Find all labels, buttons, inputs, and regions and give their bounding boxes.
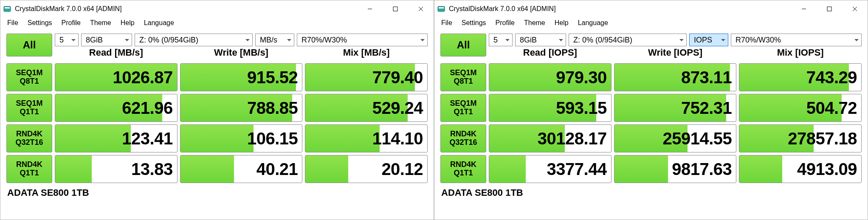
minimize-button[interactable] xyxy=(357,0,383,17)
file-size-dropdown[interactable]: 8GiB xyxy=(515,34,566,46)
unit-dropdown[interactable]: MB/s xyxy=(255,34,294,46)
result-value: 30128.17 xyxy=(538,129,607,148)
result-value: 25914.55 xyxy=(662,129,732,148)
unit-dropdown[interactable]: IOPS xyxy=(689,34,728,46)
svg-rect-7 xyxy=(439,7,444,8)
menu-language[interactable]: Language xyxy=(140,18,178,28)
minimize-button[interactable] xyxy=(791,0,817,17)
all-button[interactable]: All xyxy=(6,34,52,56)
result-read: 123.41 xyxy=(55,124,178,152)
result-value: 743.29 xyxy=(806,68,857,87)
controls-area: All58GiBZ: 0% (0/954GiB)MB/sR70%/W30%Rea… xyxy=(6,34,428,61)
file-size-dropdown-value: 8GiB xyxy=(86,36,123,45)
menu-settings[interactable]: Settings xyxy=(23,18,56,28)
result-bar xyxy=(55,125,131,152)
result-row: RND4KQ1T13377.449817.634913.09 xyxy=(440,155,862,183)
result-value: 114.10 xyxy=(372,129,423,148)
chevron-down-icon xyxy=(505,39,510,41)
drive-dropdown[interactable]: Z: 0% (0/954GiB) xyxy=(569,34,687,46)
menu-language[interactable]: Language xyxy=(574,18,612,28)
result-row: RND4KQ32T1630128.1725914.5527857.18 xyxy=(440,124,862,152)
menu-profile[interactable]: Profile xyxy=(491,18,519,28)
result-row: RND4KQ32T16123.41106.15114.10 xyxy=(6,124,428,152)
test-button-seq1m-q1t1[interactable]: SEQ1MQ1T1 xyxy=(440,94,486,122)
menu-help[interactable]: Help xyxy=(550,18,573,28)
controls-area: All58GiBZ: 0% (0/954GiB)IOPSR70%/W30%Rea… xyxy=(440,34,862,61)
result-value: 529.24 xyxy=(372,99,423,118)
result-write: 106.15 xyxy=(180,124,303,152)
unit-dropdown-value: MB/s xyxy=(260,36,285,45)
result-bar xyxy=(305,125,380,152)
menu-theme[interactable]: Theme xyxy=(520,18,550,28)
menu-theme[interactable]: Theme xyxy=(86,18,116,28)
menu-profile[interactable]: Profile xyxy=(57,18,85,28)
menu-help[interactable]: Help xyxy=(116,18,139,28)
result-value: 9817.63 xyxy=(672,160,732,179)
file-size-dropdown[interactable]: 8GiB xyxy=(81,34,132,46)
run-count-dropdown[interactable]: 5 xyxy=(489,34,513,46)
menu-settings[interactable]: Settings xyxy=(457,18,490,28)
result-bar xyxy=(305,155,348,183)
test-label-1: RND4K xyxy=(16,161,42,169)
result-value: 593.15 xyxy=(556,99,606,118)
chevron-down-icon xyxy=(287,39,291,41)
test-label-1: RND4K xyxy=(450,161,476,169)
test-label-1: RND4K xyxy=(16,130,42,138)
result-value: 504.72 xyxy=(806,99,857,118)
drive-dropdown[interactable]: Z: 0% (0/954GiB) xyxy=(135,34,253,46)
drive-label: ADATA SE800 1TB xyxy=(6,186,428,200)
maximize-button[interactable] xyxy=(817,0,842,17)
result-value: 779.40 xyxy=(372,68,423,87)
test-button-rnd4k-q32t16[interactable]: RND4KQ32T16 xyxy=(440,124,486,152)
header-read: Read [MB/s] xyxy=(55,47,178,58)
test-label-2: Q8T1 xyxy=(20,77,39,86)
test-label-2: Q32T16 xyxy=(449,138,477,147)
test-button-rnd4k-q1t1[interactable]: RND4KQ1T1 xyxy=(440,155,486,183)
test-button-rnd4k-q1t1[interactable]: RND4KQ1T1 xyxy=(6,155,52,183)
result-write: 788.85 xyxy=(180,94,303,122)
unit-dropdown-value: IOPS xyxy=(694,36,719,45)
test-label-1: SEQ1M xyxy=(450,69,476,77)
app-window: CrystalDiskMark 7.0.0 x64 [ADMIN] FileSe… xyxy=(0,0,434,220)
run-count-dropdown-value: 5 xyxy=(59,36,70,45)
mix-ratio-dropdown[interactable]: R70%/W30% xyxy=(731,34,862,46)
top-right: 58GiBZ: 0% (0/954GiB)IOPSR70%/W30%Read [… xyxy=(489,34,862,58)
window-controls xyxy=(357,0,434,17)
result-row: RND4KQ1T113.8340.2120.12 xyxy=(6,155,428,183)
all-button[interactable]: All xyxy=(440,34,486,56)
result-mix: 114.10 xyxy=(305,124,428,152)
result-value: 915.52 xyxy=(247,68,298,87)
header-write: Write [IOPS] xyxy=(614,47,737,58)
result-value: 4913.09 xyxy=(797,160,857,179)
close-button[interactable] xyxy=(408,0,434,17)
result-write: 873.11 xyxy=(614,63,737,91)
result-row: SEQ1MQ8T1979.30873.11743.29 xyxy=(440,63,862,91)
result-read: 13.83 xyxy=(55,155,178,183)
svg-rect-3 xyxy=(393,7,397,11)
test-button-seq1m-q8t1[interactable]: SEQ1MQ8T1 xyxy=(6,63,52,91)
test-button-seq1m-q1t1[interactable]: SEQ1MQ1T1 xyxy=(6,94,52,122)
menu-file[interactable]: File xyxy=(3,18,23,28)
result-value: 3377.44 xyxy=(547,160,607,179)
result-read: 979.30 xyxy=(489,63,612,91)
chevron-down-icon xyxy=(854,39,859,41)
result-value: 1026.87 xyxy=(113,68,173,87)
window-title: CrystalDiskMark 7.0.0 x64 [ADMIN] xyxy=(449,5,791,13)
mix-ratio-dropdown[interactable]: R70%/W30% xyxy=(297,34,428,46)
test-button-seq1m-q8t1[interactable]: SEQ1MQ8T1 xyxy=(440,63,486,91)
result-mix: 743.29 xyxy=(739,63,862,91)
maximize-button[interactable] xyxy=(383,0,408,17)
test-button-rnd4k-q32t16[interactable]: RND4KQ32T16 xyxy=(6,124,52,152)
menu-file[interactable]: File xyxy=(437,18,457,28)
result-bar xyxy=(739,155,782,183)
result-value: 40.21 xyxy=(256,160,298,179)
run-count-dropdown[interactable]: 5 xyxy=(55,34,79,46)
result-value: 27857.18 xyxy=(788,129,857,148)
result-bar xyxy=(489,155,526,183)
test-label-2: Q1T1 xyxy=(20,169,39,178)
drive-dropdown-value: Z: 0% (0/954GiB) xyxy=(573,36,678,45)
result-mix: 4913.09 xyxy=(739,155,862,183)
test-label-1: SEQ1M xyxy=(450,99,476,108)
app-window: CrystalDiskMark 7.0.0 x64 [ADMIN] FileSe… xyxy=(434,0,868,220)
close-button[interactable] xyxy=(842,0,868,17)
